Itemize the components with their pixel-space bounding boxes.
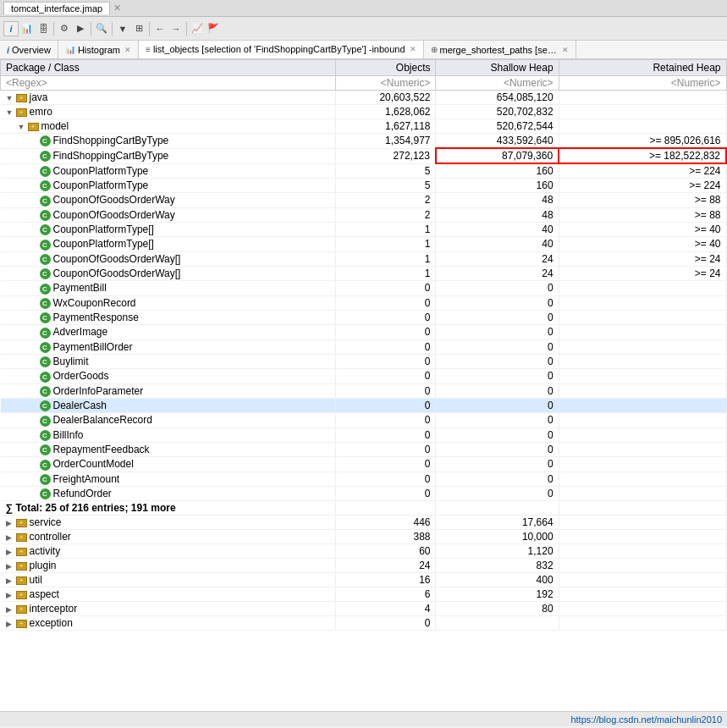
- cell-retained: [559, 369, 726, 383]
- toolbar-icon-bar[interactable]: 📊: [19, 21, 35, 36]
- tab-overview[interactable]: i Overview: [0, 41, 58, 58]
- toolbar-icon-magnify[interactable]: 🔍: [94, 21, 109, 36]
- table-row[interactable]: CFindShoppingCartByType272,12387,079,360…: [1, 148, 727, 163]
- table-row[interactable]: ▶+util16400: [1, 573, 727, 587]
- tab-list-objects-close[interactable]: ✕: [410, 45, 416, 53]
- table-row[interactable]: ▼+model1,627,118520,672,544: [1, 119, 727, 134]
- toolbar-icon-run[interactable]: ▶: [73, 21, 88, 36]
- filter-retained[interactable]: <Numeric>: [559, 76, 726, 91]
- table-row[interactable]: CAdverImage00: [1, 325, 727, 339]
- cell-shallow: 0: [436, 339, 559, 354]
- tree-arrow[interactable]: ▶: [6, 620, 16, 628]
- table-row[interactable]: CPaymentBillOrder00: [1, 339, 727, 354]
- toolbar-icon-i[interactable]: i: [3, 21, 19, 36]
- toolbar-icon-forward[interactable]: →: [168, 21, 184, 36]
- cell-package: CPaymentResponse: [1, 310, 336, 324]
- cell-objects: 0: [335, 398, 436, 412]
- cell-package: CCouponPlatformType[]: [1, 237, 336, 251]
- toolbar-icon-settings[interactable]: ⚙: [57, 21, 72, 36]
- tab-merge[interactable]: ⊕ merge_shortest_paths [selection of 'Fi…: [424, 41, 576, 58]
- cell-shallow: 160: [436, 163, 559, 179]
- table-row[interactable]: CBuylimit00: [1, 354, 727, 368]
- table-row[interactable]: ▶+activity601,120: [1, 544, 727, 559]
- row-name: FindShoppingCartByType: [53, 135, 169, 146]
- toolbar-separator-5: [186, 22, 187, 36]
- table-row[interactable]: CCouponOfGoodsOrderWay[]124>= 24: [1, 266, 727, 280]
- cell-retained: [559, 427, 726, 442]
- table-row[interactable]: CCouponPlatformType[]140>= 40: [1, 237, 727, 251]
- table-row[interactable]: CCouponPlatformType5160>= 224: [1, 179, 727, 193]
- table-row[interactable]: ▶+aspect6192: [1, 587, 727, 602]
- table-row[interactable]: CRefundOrder00: [1, 486, 727, 500]
- filter-objects[interactable]: <Numeric>: [335, 76, 436, 91]
- table-row[interactable]: ∑ Total: 25 of 216 entries; 191 more: [1, 501, 727, 516]
- table-row[interactable]: CFindShoppingCartByType1,354,977433,592,…: [1, 134, 727, 149]
- table-row[interactable]: COrderCountModel00: [1, 457, 727, 472]
- table-row[interactable]: ▼+java20,603,522654,085,120: [1, 91, 727, 105]
- row-name: OrderCountModel: [53, 458, 134, 470]
- cell-retained: [559, 119, 726, 134]
- table-row[interactable]: CCouponPlatformType5160>= 224: [1, 163, 727, 179]
- tab-histogram-label: Histogram: [78, 45, 120, 55]
- table-row[interactable]: ▼+emro1,628,062520,702,832: [1, 105, 727, 119]
- cell-retained: [559, 325, 726, 339]
- toolbar-icon-db[interactable]: 🗄: [36, 21, 51, 36]
- toolbar-icon-back[interactable]: ←: [152, 21, 168, 36]
- table-row[interactable]: CBillInfo00: [1, 427, 727, 442]
- table-row[interactable]: CPaymentResponse00: [1, 310, 727, 324]
- tree-arrow[interactable]: ▶: [6, 562, 16, 571]
- cell-package: CPaymentBillOrder: [1, 339, 336, 354]
- table-row[interactable]: ▶+plugin24832: [1, 559, 727, 573]
- cell-objects: 16: [335, 573, 436, 587]
- filter-shallow[interactable]: <Numeric>: [436, 76, 559, 91]
- tree-arrow[interactable]: ▼: [6, 94, 16, 102]
- table-row[interactable]: CFreightAmount00: [1, 472, 727, 486]
- table-row[interactable]: CDealerBalanceRecord00: [1, 413, 727, 427]
- table-row[interactable]: ▶+service44617,664: [1, 516, 727, 530]
- table-row[interactable]: COrderGoods00: [1, 369, 727, 383]
- table-row[interactable]: CPaymentBill00: [1, 281, 727, 295]
- toolbar-icon-layout[interactable]: ⊞: [131, 21, 146, 36]
- cell-shallow: 48: [436, 193, 559, 207]
- table-row[interactable]: CRepaymentFeedback00: [1, 442, 727, 456]
- toolbar-separator-1: [53, 22, 54, 36]
- table-row[interactable]: CCouponOfGoodsOrderWay248>= 88: [1, 207, 727, 222]
- table-row[interactable]: CCouponPlatformType[]140>= 40: [1, 222, 727, 236]
- table-row[interactable]: CWxCouponRecord00: [1, 295, 727, 310]
- cell-package: ▶+service: [1, 516, 336, 530]
- cell-shallow: 48: [436, 207, 559, 222]
- toolbar-icon-filter[interactable]: ▼: [115, 21, 130, 36]
- tree-arrow[interactable]: ▶: [6, 548, 16, 556]
- tab-list-icon: ≡: [146, 45, 151, 54]
- cell-shallow: 0: [436, 472, 559, 486]
- tab-merge-close[interactable]: ✕: [562, 46, 569, 54]
- cell-package: CCouponOfGoodsOrderWay[]: [1, 266, 336, 280]
- tree-arrow[interactable]: ▶: [6, 519, 16, 527]
- cell-shallow: 1,120: [436, 544, 559, 559]
- tree-arrow[interactable]: ▶: [6, 605, 16, 614]
- table-row[interactable]: COrderInfoParameter00: [1, 383, 727, 398]
- toolbar-icon-chartline[interactable]: 📈: [190, 21, 205, 36]
- table-row[interactable]: ▶+exception0: [1, 616, 727, 631]
- table-row[interactable]: CCouponOfGoodsOrderWay[]124>= 24: [1, 251, 727, 266]
- cell-package: ▼+model: [1, 119, 336, 134]
- cell-objects: 0: [335, 457, 436, 472]
- table-row[interactable]: ▶+interceptor480: [1, 602, 727, 616]
- tree-arrow[interactable]: ▶: [6, 576, 16, 585]
- tree-arrow[interactable]: ▼: [18, 123, 28, 131]
- tree-arrow[interactable]: ▼: [6, 108, 16, 117]
- table-row[interactable]: CDealerCash00: [1, 398, 727, 412]
- cell-shallow: [436, 501, 559, 516]
- toolbar-icon-flag[interactable]: 🚩: [206, 21, 221, 36]
- tree-arrow[interactable]: ▶: [6, 591, 16, 599]
- tab-list-objects[interactable]: ≡ list_objects [selection of 'FindShoppi…: [139, 41, 424, 59]
- col-header-package: Package / Class: [1, 60, 336, 76]
- filter-package[interactable]: <Regex>: [1, 76, 336, 91]
- tab-histogram-close[interactable]: ✕: [124, 46, 131, 54]
- tab-histogram[interactable]: 📊 Histogram ✕: [58, 41, 139, 58]
- window-tab-close[interactable]: ✕: [113, 3, 121, 14]
- tree-arrow[interactable]: ▶: [6, 533, 16, 542]
- table-row[interactable]: ▶+controller38810,000: [1, 530, 727, 544]
- table-row[interactable]: CCouponOfGoodsOrderWay248>= 88: [1, 193, 727, 207]
- cell-objects: 24: [335, 559, 436, 573]
